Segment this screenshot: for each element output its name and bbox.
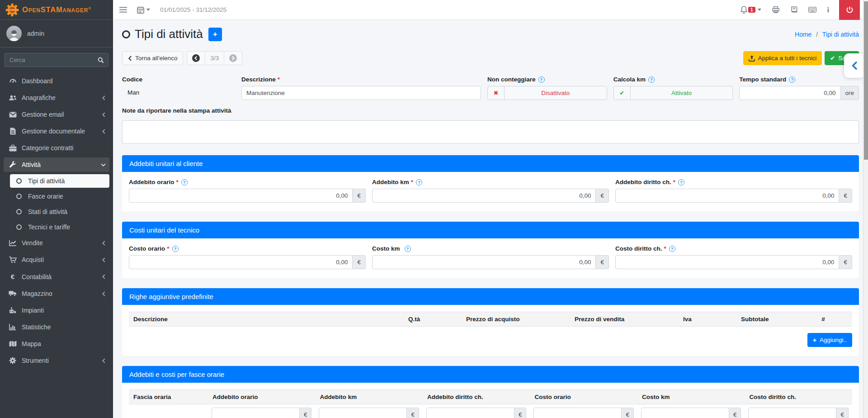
help-icon[interactable]: ? — [789, 76, 795, 83]
new-record-button[interactable]: + — [208, 28, 222, 41]
info-icon: i — [827, 6, 829, 14]
sidebar-item-attivita[interactable]: Attività — [4, 157, 109, 172]
fasce-table: Fascia oraria Addebito orario Addebito k… — [129, 390, 852, 418]
panel-header: Addebiti e costi per fasce orarie — [122, 366, 859, 383]
search-button[interactable] — [94, 53, 108, 67]
column-header: Costo orario — [530, 390, 637, 404]
back-to-list-button[interactable]: Torna all'elenco — [122, 51, 183, 65]
costo-orario-input[interactable] — [129, 255, 353, 269]
help-icon[interactable]: ? — [648, 76, 655, 83]
column-header: Addebito diritto ch. — [423, 390, 530, 404]
help-icon[interactable]: ? — [669, 246, 675, 252]
truck-icon — [7, 290, 18, 297]
user-panel[interactable]: admin — [0, 20, 113, 48]
info-button[interactable]: i — [827, 6, 829, 14]
costo-km-label: Costo km? — [372, 245, 609, 252]
addebito-km-input[interactable] — [372, 189, 596, 203]
column-header: Addebito km — [315, 390, 423, 404]
sidebar-item-fasce-orarie[interactable]: Fasce orarie — [10, 190, 109, 203]
sidebar-item-gestione-email[interactable]: Gestione email — [4, 107, 109, 122]
notifications-button[interactable]: 1 — [741, 6, 761, 14]
costo-orario-label: Costo orario*? — [129, 245, 366, 252]
calcola-km-toggle[interactable]: ✔ Attivato — [613, 86, 733, 100]
fascia-addebito-km-input[interactable] — [319, 408, 407, 418]
non-conteggiare-toggle[interactable]: ✖ Disattivato — [487, 86, 607, 100]
addebito-diritto-input[interactable] — [615, 189, 839, 203]
sidebar-item-impianti[interactable]: Impianti — [4, 303, 109, 318]
sidebar-item-strumenti[interactable]: Strumenti — [4, 353, 109, 368]
sidebar-item-tipi-di-attivita[interactable]: Tipi di attività — [10, 174, 109, 188]
right-panel-toggle[interactable] — [844, 53, 865, 78]
scrollbar-thumb[interactable] — [864, 1, 868, 160]
table-row: € € € € € € — [129, 404, 852, 418]
addebito-orario-input[interactable] — [129, 189, 353, 203]
sidebar-nav: Dashboard Anagrafiche Gestione email Ges… — [0, 70, 113, 374]
page-title: Tipi di attività — [135, 27, 203, 41]
column-header: Fascia oraria — [129, 390, 208, 404]
sidebar-item-magazzino[interactable]: Magazzino — [4, 286, 109, 301]
docs-button[interactable] — [790, 6, 797, 13]
sidebar-item-statistiche[interactable]: Statistiche — [4, 320, 109, 334]
sidebar-item-stati-di-attivita[interactable]: Stati di attività — [10, 205, 109, 218]
sidebar-item-categorie-contratti[interactable]: Categorie contratti — [4, 141, 109, 155]
tempo-standard-input[interactable] — [739, 86, 840, 100]
prev-record-button[interactable] — [187, 52, 205, 65]
logout-button[interactable] — [839, 0, 860, 20]
help-icon[interactable]: ? — [416, 179, 422, 185]
record-pager: 3/3 — [187, 51, 242, 65]
sidebar-item-contabilita[interactable]: € Contabilità — [4, 269, 109, 284]
non-conteggiare-state: Disattivato — [505, 86, 607, 100]
sidebar-item-mappa[interactable]: Mappa — [4, 337, 109, 351]
chevron-left-icon — [102, 95, 106, 100]
apply-to-all-technicians-button[interactable]: Applica a tutti i tecnici — [743, 51, 822, 65]
book-icon — [790, 6, 797, 13]
currency-addon: € — [353, 189, 366, 203]
dashboard-gauge-icon — [7, 77, 18, 85]
next-record-button[interactable] — [224, 52, 242, 65]
chart-line-icon — [7, 240, 18, 246]
envelope-icon — [7, 112, 18, 118]
help-icon[interactable]: ? — [538, 76, 545, 83]
breadcrumb: Home / Tipi di attività — [795, 31, 859, 38]
fascia-costo-orario-input[interactable] — [533, 408, 622, 418]
note-textarea[interactable] — [122, 120, 859, 144]
help-icon[interactable]: ? — [172, 246, 179, 252]
sidebar-item-tecnici-e-tariffe[interactable]: Tecnici e tariffe — [10, 220, 109, 234]
fascia-costo-diritto-input[interactable] — [748, 408, 836, 418]
fascia-addebito-diritto-input[interactable] — [426, 408, 514, 418]
brand-link[interactable]: OSM OpenSTAManager® — [0, 0, 113, 20]
printer-icon — [772, 6, 779, 13]
chart-bar-icon — [7, 324, 18, 330]
sidebar-item-dashboard[interactable]: Dashboard — [4, 73, 109, 88]
costo-diritto-input[interactable] — [615, 255, 839, 269]
help-icon[interactable]: ? — [181, 179, 188, 185]
fascia-addebito-orario-input[interactable] — [212, 408, 300, 418]
calendar-dropdown-button[interactable] — [137, 6, 150, 14]
currency-addon: € — [596, 255, 609, 269]
sidebar-item-gestione-documentale[interactable]: Gestione documentale — [4, 124, 109, 138]
breadcrumb-current-link[interactable]: Tipi di attività — [822, 31, 859, 38]
sidebar-toggle-button[interactable] — [119, 7, 127, 13]
shortcuts-button[interactable] — [808, 7, 816, 13]
print-button[interactable] — [772, 6, 779, 13]
sidebar-item-vendite[interactable]: Vendite — [4, 236, 109, 250]
add-row-button[interactable]: + Aggiungi.. — [807, 333, 852, 347]
calcola-km-label: Calcola km? — [613, 76, 733, 83]
page-scrollbar[interactable] — [863, 0, 868, 418]
machine-icon — [7, 307, 18, 314]
descrizione-input[interactable] — [241, 86, 481, 100]
column-header: Q.tà — [404, 312, 462, 327]
help-icon[interactable]: ? — [405, 246, 411, 252]
sidebar-item-acquisti[interactable]: Acquisti — [4, 252, 109, 267]
breadcrumb-home-link[interactable]: Home — [795, 31, 811, 38]
sidebar-item-anagrafiche[interactable]: Anagrafiche — [4, 90, 109, 105]
fascia-costo-km-input[interactable] — [641, 408, 729, 418]
search-input[interactable] — [5, 53, 94, 67]
costo-km-input[interactable] — [372, 255, 596, 269]
circle-icon — [14, 178, 24, 184]
help-icon[interactable]: ? — [678, 179, 684, 185]
column-header: Costo km — [637, 390, 745, 404]
pager-position: 3/3 — [205, 52, 224, 65]
page-content: Tipi di attività + Home / Tipi di attivi… — [113, 20, 868, 418]
currency-addon: € — [839, 255, 852, 269]
